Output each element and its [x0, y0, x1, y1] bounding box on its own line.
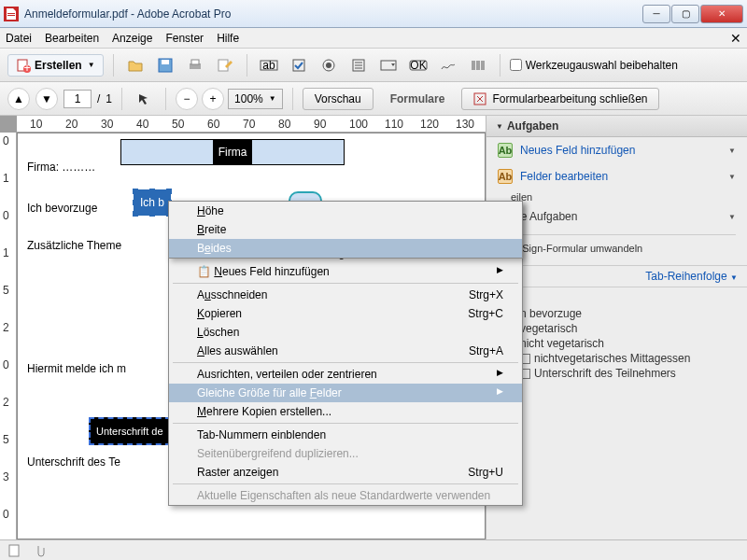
button-tool[interactable]: OK: [406, 53, 430, 77]
menu-window[interactable]: Fenster: [165, 32, 204, 45]
task-other[interactable]: ere Aufgaben▼: [486, 204, 747, 229]
ruler-vertical: 01015202530: [0, 133, 17, 539]
pointer-icon: [137, 92, 150, 105]
menu-help[interactable]: Hilfe: [217, 32, 239, 45]
status-page-icon[interactable]: [6, 542, 22, 559]
sub-both[interactable]: Beides: [169, 239, 522, 258]
ctx-duplicate: Seitenübergreifend duplizieren...: [169, 444, 522, 463]
dropdown-icon: [380, 58, 397, 73]
ctx-tabnum[interactable]: Tab-Nummern einblenden: [169, 426, 522, 444]
text-firma: Firma: ………: [27, 156, 95, 178]
status-attach-icon[interactable]: [30, 542, 47, 559]
ctx-align[interactable]: Ausrichten, verteilen oder zentrieren▶: [169, 365, 522, 384]
svg-point-15: [326, 63, 331, 68]
svg-rect-2: [7, 15, 15, 16]
radio-tool[interactable]: [317, 53, 341, 77]
floppy-icon: [157, 57, 174, 74]
chevron-down-icon: ▼: [728, 147, 736, 155]
maximize-button[interactable]: ▢: [671, 5, 699, 23]
minimize-button[interactable]: ─: [642, 5, 670, 23]
ctx-selectall[interactable]: Alles auswählenStrg+A: [169, 342, 522, 360]
preview-button[interactable]: Vorschau: [303, 88, 374, 110]
edit-fields-icon: Ab: [498, 169, 513, 184]
keep-tool-label: Werkzeugauswahl beibehalten: [526, 59, 678, 72]
page-up-button[interactable]: ▲: [7, 88, 30, 110]
collapse-icon: ▼: [496, 122, 503, 131]
tree-item[interactable]: n bevorzuge: [494, 306, 740, 321]
menu-view[interactable]: Anzeige: [112, 32, 152, 45]
sub-width[interactable]: Breite: [169, 220, 522, 239]
chevron-down-icon: ▼: [728, 213, 736, 221]
svg-rect-30: [9, 545, 19, 556]
edit-text-button[interactable]: [213, 53, 237, 77]
pencil-page-icon: [217, 57, 233, 74]
svg-rect-1: [7, 13, 15, 14]
svg-rect-9: [191, 60, 199, 64]
tree-item[interactable]: vegetarisch: [494, 321, 740, 336]
text-bevorzuge: Ich bevorzuge: [27, 197, 97, 219]
listbox-tool[interactable]: [346, 53, 371, 77]
menu-edit[interactable]: Bearbeiten: [45, 32, 99, 45]
pointer-tool[interactable]: [132, 87, 156, 111]
sub-height[interactable]: Höhe: [169, 202, 522, 220]
ctx-samesize[interactable]: Gleiche Größe für alle Felder▶: [169, 384, 522, 402]
doc-close-icon[interactable]: ✕: [730, 31, 741, 46]
barcode-icon: [470, 58, 486, 73]
app-icon: [4, 7, 19, 21]
field-tree[interactable]: Z n bevorzuge vegetarisch nicht vegetari…: [486, 287, 747, 385]
keep-tool-checkbox[interactable]: Werkzeugauswahl beibehalten: [510, 59, 678, 72]
print-button[interactable]: [183, 53, 207, 77]
textfield-tool[interactable]: ab: [257, 53, 281, 77]
tree-item[interactable]: nicht vegetarisch: [494, 336, 740, 351]
radio-icon: [321, 58, 336, 73]
checkbox-tool[interactable]: [287, 53, 311, 77]
tree-item[interactable]: Unterschrift des Teilnehmers: [494, 366, 740, 381]
svg-text:+: +: [23, 62, 30, 73]
printer-icon: [187, 57, 204, 74]
tree-item[interactable]: nichtvegetarisches Mittagessen: [494, 351, 740, 366]
ctx-delete[interactable]: Löschen: [169, 323, 522, 342]
page-input[interactable]: [63, 90, 92, 108]
open-button[interactable]: [123, 53, 148, 77]
tasks-header[interactable]: ▼Aufgaben: [486, 116, 747, 137]
text-themen: Zusätzliche Theme: [27, 234, 121, 257]
textfield-icon: ab: [260, 58, 278, 73]
signature-icon: [440, 58, 457, 73]
chevron-down-icon: ▼: [88, 61, 95, 69]
tab-order-dropdown[interactable]: Tab-Reihenfolge ▼: [486, 265, 747, 287]
zoom-dropdown[interactable]: 100% ▼: [228, 89, 283, 109]
form-field-selected[interactable]: Ich b: [135, 191, 169, 214]
svg-rect-13: [293, 60, 304, 71]
task-echosign[interactable]: hoSign-Formular umwandeln: [486, 241, 747, 256]
svg-text:OK: OK: [410, 59, 426, 72]
close-button[interactable]: ✕: [700, 5, 743, 23]
barcode-tool[interactable]: [466, 53, 490, 77]
ctx-newfield[interactable]: 📋 Neues Feld hinzufügen▶: [169, 262, 522, 281]
task-edit-fields[interactable]: Ab Felder bearbeiten▼: [486, 163, 747, 189]
keep-tool-input[interactable]: [510, 59, 522, 71]
zoom-out-button[interactable]: −: [176, 88, 198, 110]
task-add-field[interactable]: Ab Neues Feld hinzufügen▼: [486, 137, 747, 163]
ctx-grid[interactable]: Raster anzeigenStrg+U: [169, 463, 522, 482]
dropdown-tool[interactable]: [376, 53, 401, 77]
signature-field[interactable]: Unterschrift de: [89, 417, 171, 445]
close-form-edit-button[interactable]: Formularbearbeitung schließen: [461, 88, 659, 110]
save-button[interactable]: [153, 53, 177, 77]
ctx-multicopy[interactable]: Mehrere Kopien erstellen...: [169, 402, 522, 421]
create-button[interactable]: + Erstellen ▼: [7, 54, 104, 77]
page-sep: /: [97, 92, 100, 105]
titlebar: Anmeldeformular.pdf - Adobe Acrobat Pro …: [0, 0, 747, 28]
tasks-panel: ▼Aufgaben Ab Neues Feld hinzufügen▼ Ab F…: [486, 116, 747, 539]
ctx-cut[interactable]: AusschneidenStrg+X: [169, 286, 522, 304]
menu-file[interactable]: Datei: [6, 32, 32, 45]
tree-root[interactable]: Z: [494, 291, 740, 306]
toolbar-nav: ▲ ▼ / 1 − + 100% ▼ Vorschau Formulare Fo…: [0, 82, 747, 116]
ctx-copy[interactable]: KopierenStrg+C: [169, 304, 522, 323]
signature-tool[interactable]: [436, 53, 460, 77]
folder-icon: [127, 57, 144, 74]
zoom-in-button[interactable]: +: [202, 88, 224, 110]
task-distribute[interactable]: eilen: [486, 189, 747, 204]
svg-text:ab: ab: [262, 59, 275, 72]
page-down-button[interactable]: ▼: [35, 88, 58, 110]
form-field-firma[interactable]: Firma: [120, 139, 345, 165]
